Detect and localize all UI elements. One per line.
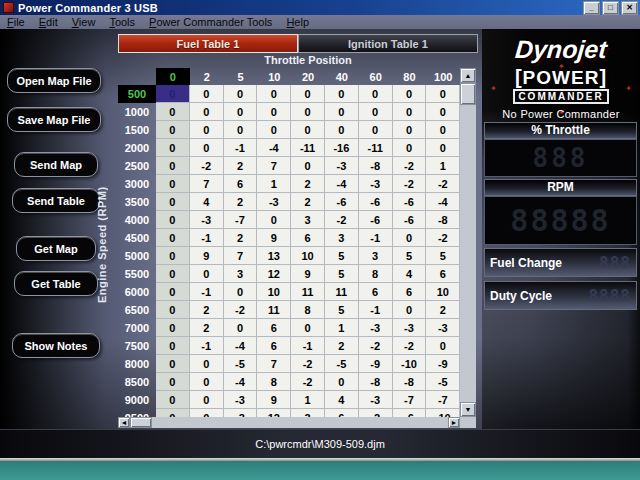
cell-3000-80[interactable]: -2 xyxy=(393,175,427,193)
open-map-file-button[interactable]: Open Map File xyxy=(7,68,101,93)
cell-3000-100[interactable]: -2 xyxy=(426,175,460,193)
cell-2500-2[interactable]: -2 xyxy=(190,157,224,175)
cell-6000-5[interactable]: 0 xyxy=(224,283,258,301)
cell-2500-10[interactable]: 7 xyxy=(257,157,291,175)
cell-500-100[interactable]: 0 xyxy=(426,85,460,103)
cell-9000-40[interactable]: 4 xyxy=(325,391,359,409)
menu-help[interactable]: Help xyxy=(279,15,316,29)
cell-6500-20[interactable]: 8 xyxy=(291,301,325,319)
cell-1000-40[interactable]: 0 xyxy=(325,103,359,121)
cell-7000-20[interactable]: 0 xyxy=(291,319,325,337)
minimize-button[interactable]: _ xyxy=(583,1,600,15)
column-header-80[interactable]: 80 xyxy=(393,68,427,85)
cell-4000-40[interactable]: -2 xyxy=(325,211,359,229)
cell-9500-100[interactable]: -10 xyxy=(426,409,460,417)
cell-1500-100[interactable]: 0 xyxy=(426,121,460,139)
cell-5000-5[interactable]: 7 xyxy=(224,247,258,265)
cell-8500-80[interactable]: -8 xyxy=(393,373,427,391)
cell-4500-10[interactable]: 9 xyxy=(257,229,291,247)
cell-8500-60[interactable]: -8 xyxy=(359,373,393,391)
cell-6500-10[interactable]: 11 xyxy=(257,301,291,319)
cell-7000-2[interactable]: 2 xyxy=(190,319,224,337)
row-header-5000[interactable]: 5000 xyxy=(118,247,156,265)
cell-5500-60[interactable]: 8 xyxy=(359,265,393,283)
column-header-60[interactable]: 60 xyxy=(359,68,393,85)
cell-2000-100[interactable]: 0 xyxy=(426,139,460,157)
cell-4500-0[interactable]: 0 xyxy=(156,229,190,247)
row-header-7000[interactable]: 7000 xyxy=(118,319,156,337)
cell-8500-0[interactable]: 0 xyxy=(156,373,190,391)
cell-9500-5[interactable]: -3 xyxy=(224,409,258,417)
cell-4000-2[interactable]: -3 xyxy=(190,211,224,229)
cell-4000-5[interactable]: -7 xyxy=(224,211,258,229)
cell-3500-80[interactable]: -6 xyxy=(393,193,427,211)
cell-2000-20[interactable]: -11 xyxy=(291,139,325,157)
cell-3500-60[interactable]: -6 xyxy=(359,193,393,211)
cell-9000-20[interactable]: 1 xyxy=(291,391,325,409)
cell-3000-2[interactable]: 7 xyxy=(190,175,224,193)
cell-1000-2[interactable]: 0 xyxy=(190,103,224,121)
cell-3500-100[interactable]: -4 xyxy=(426,193,460,211)
cell-1000-10[interactable]: 0 xyxy=(257,103,291,121)
row-header-8500[interactable]: 8500 xyxy=(118,373,156,391)
cell-6500-2[interactable]: 2 xyxy=(190,301,224,319)
cell-3500-40[interactable]: -6 xyxy=(325,193,359,211)
cell-5000-80[interactable]: 5 xyxy=(393,247,427,265)
cell-5000-10[interactable]: 13 xyxy=(257,247,291,265)
cell-7500-10[interactable]: 6 xyxy=(257,337,291,355)
cell-6500-100[interactable]: 2 xyxy=(426,301,460,319)
cell-7000-60[interactable]: -3 xyxy=(359,319,393,337)
cell-7000-5[interactable]: 0 xyxy=(224,319,258,337)
cell-4500-80[interactable]: 0 xyxy=(393,229,427,247)
cell-2000-0[interactable]: 0 xyxy=(156,139,190,157)
cell-2500-40[interactable]: -3 xyxy=(325,157,359,175)
cell-8000-5[interactable]: -5 xyxy=(224,355,258,373)
scroll-left-icon[interactable]: ◄ xyxy=(118,417,130,428)
cell-2500-100[interactable]: 1 xyxy=(426,157,460,175)
cell-1500-80[interactable]: 0 xyxy=(393,121,427,139)
close-button[interactable]: ✕ xyxy=(621,1,638,15)
menu-tools[interactable]: Tools xyxy=(102,15,142,29)
row-header-2000[interactable]: 2000 xyxy=(118,139,156,157)
cell-500-10[interactable]: 0 xyxy=(257,85,291,103)
cell-3000-20[interactable]: 2 xyxy=(291,175,325,193)
cell-4500-100[interactable]: -2 xyxy=(426,229,460,247)
cell-1500-20[interactable]: 0 xyxy=(291,121,325,139)
cell-9500-60[interactable]: -2 xyxy=(359,409,393,417)
tab-ignition-table-1[interactable]: Ignition Table 1 xyxy=(298,34,478,53)
cell-6500-80[interactable]: 0 xyxy=(393,301,427,319)
cell-1000-80[interactable]: 0 xyxy=(393,103,427,121)
cell-9500-40[interactable]: 6 xyxy=(325,409,359,417)
cell-3000-5[interactable]: 6 xyxy=(224,175,258,193)
cell-7000-0[interactable]: 0 xyxy=(156,319,190,337)
cell-8500-2[interactable]: 0 xyxy=(190,373,224,391)
cell-5000-60[interactable]: 3 xyxy=(359,247,393,265)
cell-7000-10[interactable]: 6 xyxy=(257,319,291,337)
cell-2000-60[interactable]: -11 xyxy=(359,139,393,157)
cell-4500-2[interactable]: -1 xyxy=(190,229,224,247)
send-map-button[interactable]: Send Map xyxy=(14,152,98,177)
column-header-10[interactable]: 10 xyxy=(257,68,291,85)
show-notes-button[interactable]: Show Notes xyxy=(12,333,100,358)
cell-4500-40[interactable]: 3 xyxy=(325,229,359,247)
cell-6500-0[interactable]: 0 xyxy=(156,301,190,319)
cell-2500-5[interactable]: 2 xyxy=(224,157,258,175)
cell-7500-5[interactable]: -4 xyxy=(224,337,258,355)
row-header-500[interactable]: 500 xyxy=(118,85,156,103)
cell-1000-0[interactable]: 0 xyxy=(156,103,190,121)
tab-fuel-table-1[interactable]: Fuel Table 1 xyxy=(118,34,298,53)
row-header-4500[interactable]: 4500 xyxy=(118,229,156,247)
cell-8500-100[interactable]: -5 xyxy=(426,373,460,391)
cell-5000-0[interactable]: 0 xyxy=(156,247,190,265)
cell-9000-100[interactable]: -7 xyxy=(426,391,460,409)
cell-9500-20[interactable]: 3 xyxy=(291,409,325,417)
scroll-right-icon[interactable]: ► xyxy=(448,417,460,428)
cell-9000-0[interactable]: 0 xyxy=(156,391,190,409)
cell-7500-20[interactable]: -1 xyxy=(291,337,325,355)
cell-3500-2[interactable]: 4 xyxy=(190,193,224,211)
cell-1000-20[interactable]: 0 xyxy=(291,103,325,121)
cell-6000-100[interactable]: 10 xyxy=(426,283,460,301)
cell-1500-10[interactable]: 0 xyxy=(257,121,291,139)
send-table-button[interactable]: Send Table xyxy=(12,188,100,213)
cell-4500-5[interactable]: 2 xyxy=(224,229,258,247)
